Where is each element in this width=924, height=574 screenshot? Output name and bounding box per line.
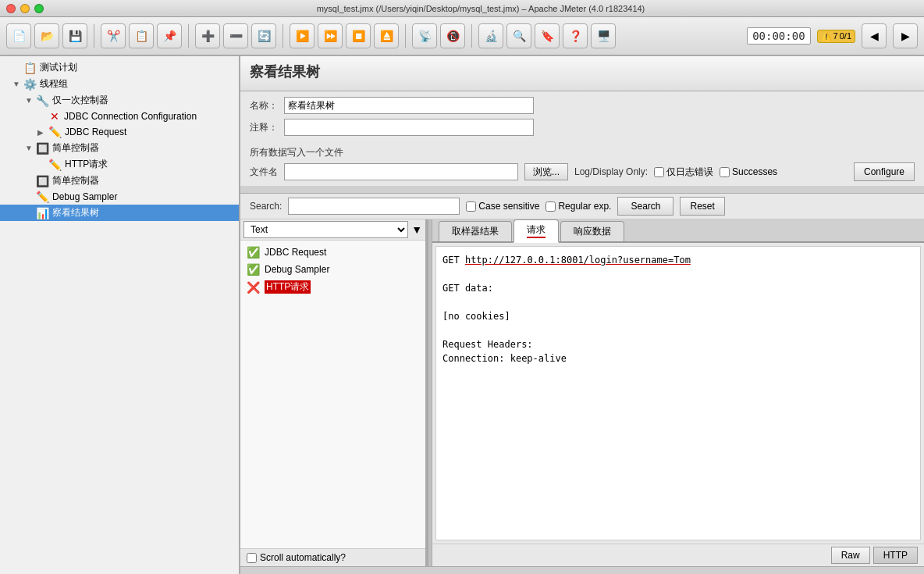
name-input[interactable]: [284, 97, 534, 114]
paste-button[interactable]: 📌: [157, 23, 182, 48]
warning-badge: ⚠️ 7 0/1: [817, 30, 855, 43]
sidebar-item-label: 测试计划: [40, 61, 77, 74]
tab-request[interactable]: 请求: [514, 219, 559, 243]
start-button[interactable]: ▶️: [290, 23, 315, 48]
arrow-icon: ▼: [25, 144, 33, 152]
tab-sampler-result[interactable]: 取样器结果: [439, 221, 512, 241]
result-item-jdbc[interactable]: ✅ JDBC Request: [243, 244, 422, 261]
separator5: [471, 24, 472, 48]
stop-button[interactable]: ⏹️: [346, 23, 371, 48]
success-icon: ✅: [247, 263, 260, 276]
regex-label: Regular exp.: [546, 201, 611, 212]
regex-checkbox[interactable]: [546, 201, 556, 212]
new-button[interactable]: 📄: [6, 23, 31, 48]
collapse-button[interactable]: ➖: [223, 23, 248, 48]
successes-label: Successes: [720, 166, 777, 177]
sidebar-item-label: 仅一次控制器: [52, 94, 108, 107]
sidebar-item-jdbc-config[interactable]: ✕ JDBC Connection Configuration: [0, 109, 239, 124]
cut-button[interactable]: ✂️: [101, 23, 126, 48]
sidebar-item-label: 简单控制器: [52, 141, 99, 155]
sidebar-item-once-controller[interactable]: ▼ 🔧 仅一次控制器: [0, 92, 239, 109]
remote-stop-button[interactable]: 📵: [440, 23, 465, 48]
maximize-button[interactable]: [34, 4, 44, 13]
close-button[interactable]: [6, 4, 16, 13]
reset-button[interactable]: Reset: [680, 197, 724, 216]
search-toolbar-button[interactable]: 🔍: [506, 23, 531, 48]
minimize-button[interactable]: [20, 4, 30, 13]
result-label: JDBC Request: [265, 247, 326, 258]
successes-checkbox[interactable]: [720, 167, 730, 177]
start-no-pause-button[interactable]: ⏩: [318, 23, 343, 48]
sidebar-item-simple-controller[interactable]: ▼ 🔲 简单控制器: [0, 140, 239, 156]
sidebar-item-jdbc-request[interactable]: ▶ ✏️ JDBC Request: [0, 124, 239, 140]
log-errors-checkbox[interactable]: [654, 167, 664, 177]
help-button[interactable]: 🔬: [478, 23, 503, 48]
next-button[interactable]: ▶: [893, 23, 918, 48]
save-button[interactable]: 💾: [62, 23, 87, 48]
sidebar-item-thread-group[interactable]: ▼ ⚙️ 线程组: [0, 76, 239, 92]
traffic-lights: [6, 4, 44, 13]
sidebar-item-view-results[interactable]: 📊 察看结果树: [0, 205, 239, 221]
error-icon: ❌: [247, 281, 260, 294]
sidebar-item-label: JDBC Request: [65, 127, 126, 137]
shutdown-button[interactable]: ⏏️: [374, 23, 399, 48]
display-type-select[interactable]: Text: [243, 221, 408, 238]
bottom-bar: [240, 566, 924, 574]
dropdown-arrow-icon[interactable]: ▼: [411, 223, 422, 236]
expand-button[interactable]: ➕: [195, 23, 220, 48]
result-item-http[interactable]: ❌ HTTP请求: [243, 278, 422, 296]
split-panel: Text ▼ ✅ JDBC Request ✅ Debug Sampler ❌: [240, 219, 924, 566]
view-results-icon: 📊: [36, 207, 49, 219]
ratio-display: 0/1: [840, 31, 851, 41]
sidebar-item-debug-sampler[interactable]: ✏️ Debug Sampler: [0, 189, 239, 205]
sidebar-item-label: 简单控制器: [52, 174, 99, 187]
sidebar: 📋 测试计划 ▼ ⚙️ 线程组 ▼ 🔧 仅一次控制器 ✕ JDBC Connec…: [0, 56, 240, 574]
case-sensitive-checkbox[interactable]: [466, 201, 476, 212]
configure-button[interactable]: Configure: [854, 162, 915, 181]
warning-count: 7: [833, 31, 838, 41]
search-label: Search:: [250, 201, 282, 212]
sidebar-item-label: HTTP请求: [65, 158, 108, 171]
sidebar-item-label: 察看结果树: [52, 206, 99, 219]
result-label-error: HTTP请求: [265, 280, 311, 294]
comment-input[interactable]: [284, 119, 534, 136]
info-button[interactable]: ❓: [563, 23, 588, 48]
search-button[interactable]: Search: [617, 197, 673, 216]
browse-button[interactable]: 浏览...: [524, 163, 568, 180]
prev-button[interactable]: ◀: [862, 23, 887, 48]
all-data-label: 所有数据写入一个文件: [250, 144, 915, 161]
result-item-debug[interactable]: ✅ Debug Sampler: [243, 261, 422, 278]
request-line4: [no cookies]: [442, 309, 914, 323]
file-input[interactable]: [284, 163, 518, 180]
content-area: 察看结果树 名称： 注释： 所有数据写入一个文件 文件名 浏览... Log/D…: [240, 56, 924, 574]
open-button[interactable]: 📂: [34, 23, 59, 48]
separator2: [188, 24, 189, 48]
comment-label: 注释：: [250, 121, 278, 134]
separator1: [94, 24, 94, 48]
remote-button[interactable]: 🖥️: [591, 23, 616, 48]
sidebar-item-simple-controller2[interactable]: 🔲 简单控制器: [0, 173, 239, 189]
http-button[interactable]: HTTP: [873, 547, 918, 564]
sidebar-item-http-request[interactable]: ✏️ HTTP请求: [0, 156, 239, 173]
request-line7: Connection: keep-alive: [442, 351, 914, 365]
content-display: GET http://127.0.0.1:8001/login?username…: [435, 246, 921, 540]
panel-header: 察看结果树: [240, 56, 924, 91]
simple-controller2-icon: 🔲: [36, 175, 49, 187]
request-line2: GET data:: [442, 281, 914, 295]
toggle-button[interactable]: 🔄: [251, 23, 276, 48]
results-toolbar: Text ▼: [240, 219, 425, 241]
request-url: http://127.0.0.1:8001/login?username=Tom: [465, 255, 691, 266]
clear-button[interactable]: 🔖: [535, 23, 560, 48]
search-input[interactable]: [288, 198, 460, 215]
copy-button[interactable]: 📋: [129, 23, 154, 48]
timer-display: 00:00:00: [747, 27, 810, 45]
test-plan-icon: 📋: [23, 62, 37, 74]
remote-start-button[interactable]: 📡: [412, 23, 437, 48]
tab-response-data[interactable]: 响应数据: [560, 221, 624, 241]
sidebar-item-test-plan[interactable]: 📋 测试计划: [0, 59, 239, 76]
scroll-auto-row: Scroll automatically?: [247, 552, 419, 563]
name-label: 名称：: [250, 99, 278, 112]
raw-button[interactable]: Raw: [831, 547, 870, 564]
simple-controller-icon: 🔲: [36, 142, 49, 155]
scroll-auto-checkbox[interactable]: [247, 553, 257, 563]
